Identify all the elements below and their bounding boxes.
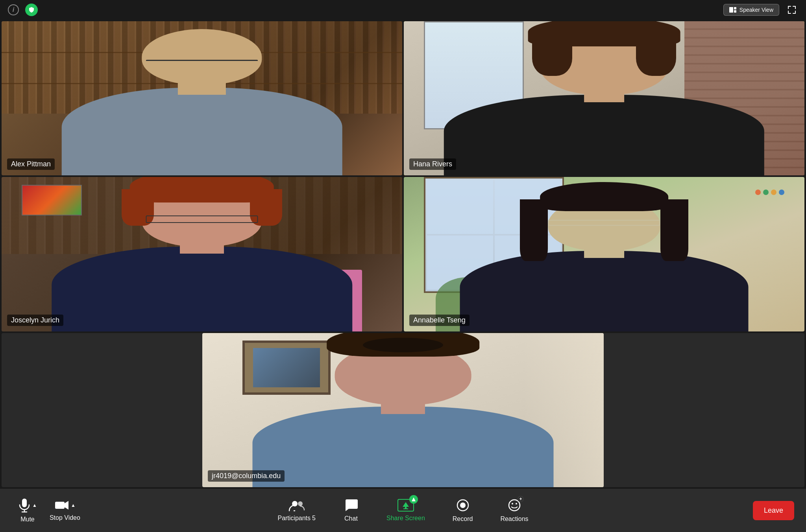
participants-icon: [288, 499, 305, 512]
reactions-label: Reactions: [500, 515, 528, 523]
svg-rect-2: [734, 10, 736, 13]
record-label: Record: [453, 515, 473, 523]
microphone-icon: [18, 498, 31, 513]
svg-point-9: [298, 501, 303, 506]
name-label-joscelyn: Joscelyn Jurich: [7, 315, 63, 326]
svg-point-18: [516, 503, 517, 504]
speaker-view-label: Speaker View: [739, 7, 773, 13]
mute-label: Mute: [20, 516, 35, 523]
name-label-annabelle: Annabelle Tseng: [409, 315, 470, 326]
speaker-view-button[interactable]: Speaker View: [723, 4, 779, 16]
toolbar: ▲ Mute ▲ Stop Video: [0, 489, 806, 532]
participants-button[interactable]: Participants 5: [270, 495, 324, 526]
mute-arrow[interactable]: ▲: [32, 503, 37, 508]
top-bar: i Speaker View: [0, 0, 806, 20]
name-label-alex: Alex Pittman: [7, 158, 55, 170]
chat-button[interactable]: Chat: [335, 495, 367, 526]
video-tile-bottom: jr4019@columbia.edu: [2, 333, 804, 487]
svg-rect-12: [403, 508, 408, 509]
fullscreen-button[interactable]: [786, 4, 798, 16]
info-icon[interactable]: i: [8, 4, 19, 15]
video-arrow[interactable]: ▲: [71, 503, 76, 508]
toolbar-right: Leave: [753, 501, 794, 520]
svg-marker-10: [403, 502, 409, 507]
video-tile-alex: Alex Pittman: [2, 21, 402, 175]
participants-count: 5: [312, 515, 316, 522]
name-label-hana: Hana Rivers: [409, 158, 456, 170]
top-bar-right: Speaker View: [723, 4, 798, 16]
stop-video-label: Stop Video: [50, 514, 80, 521]
video-tile-joscelyn: Joscelyn Jurich: [2, 177, 402, 331]
svg-marker-7: [65, 501, 68, 510]
name-label-bottom: jr4019@columbia.edu: [208, 470, 285, 482]
record-button[interactable]: Record: [445, 494, 481, 526]
video-tile-hana: Hana Rivers: [404, 21, 804, 175]
svg-point-17: [512, 503, 513, 504]
video-grid: Alex Pittman Hana Rivers: [0, 20, 806, 489]
toolbar-center: Participants 5 Chat: [270, 494, 536, 526]
mute-group: ▲ Mute ▲ Stop Video: [0, 494, 87, 527]
svg-point-15: [460, 503, 466, 508]
camera-icon: [54, 499, 69, 511]
reactions-icon: +: [507, 498, 521, 512]
video-tile-annabelle: Annabelle Tseng: [404, 177, 804, 331]
svg-rect-1: [734, 7, 736, 9]
top-bar-left: i: [8, 4, 38, 16]
svg-rect-0: [729, 7, 733, 13]
mute-button[interactable]: ▲ Mute: [12, 494, 43, 527]
reactions-button[interactable]: + Reactions: [492, 494, 536, 526]
toolbar-left: ▲ Mute ▲ Stop Video: [0, 489, 87, 532]
svg-point-16: [509, 500, 520, 511]
participants-label: Participants: [277, 515, 311, 522]
share-screen-label: Share Screen: [386, 515, 425, 522]
chat-icon: [344, 499, 358, 512]
svg-rect-6: [55, 502, 65, 509]
stop-video-button[interactable]: ▲ Stop Video: [43, 495, 87, 525]
svg-marker-13: [412, 497, 416, 501]
shield-icon[interactable]: [25, 4, 38, 16]
svg-rect-3: [22, 499, 27, 507]
record-icon: [456, 498, 470, 512]
share-screen-icon: [397, 499, 414, 512]
svg-rect-11: [405, 507, 407, 508]
leave-button[interactable]: Leave: [753, 501, 794, 520]
chat-label: Chat: [344, 515, 358, 522]
share-screen-button[interactable]: Share Screen: [379, 495, 433, 526]
